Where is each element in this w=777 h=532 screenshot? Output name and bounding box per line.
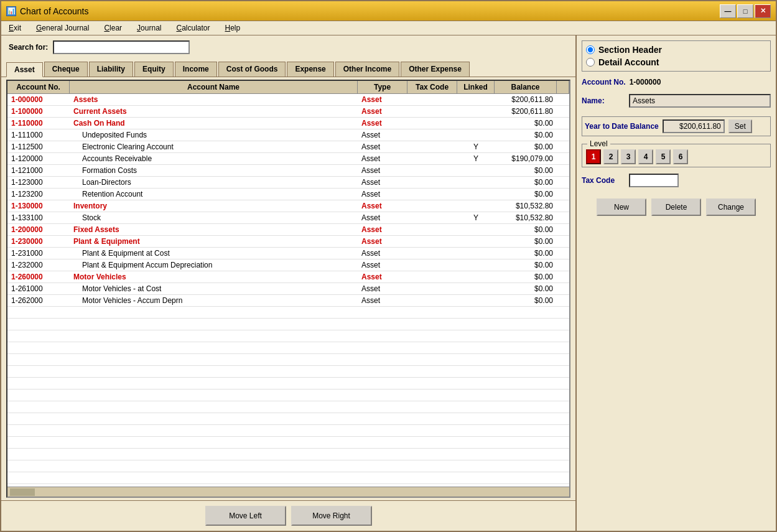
- new-button[interactable]: New: [597, 198, 646, 216]
- account-type-group: Section Header Detail Account: [582, 40, 771, 72]
- tab-cheque[interactable]: Cheque: [44, 62, 88, 77]
- tab-expense[interactable]: Expense: [287, 62, 333, 77]
- table-row-empty: [7, 342, 569, 354]
- cell-account-no: 1-000000: [7, 94, 70, 105]
- cell-account-name: Assets: [70, 94, 358, 105]
- cell-scroll: [557, 177, 569, 188]
- delete-button[interactable]: Delete: [651, 198, 701, 216]
- detail-account-radio[interactable]: [586, 58, 595, 67]
- level-3-button[interactable]: 3: [621, 149, 636, 164]
- table-row[interactable]: 1-261000 Motor Vehicles - at Cost Asset …: [7, 283, 569, 295]
- tax-code-input[interactable]: [629, 174, 679, 187]
- table-row[interactable]: 1-230000 Plant & Equipment Asset $0.00: [7, 236, 569, 248]
- menu-calculator[interactable]: Calculator: [174, 22, 212, 34]
- cell-account-no: 1-262000: [7, 295, 70, 306]
- minimize-button[interactable]: —: [720, 4, 736, 18]
- table-row[interactable]: 1-260000 Motor Vehicles Asset $0.00: [7, 271, 569, 283]
- cell-account-name: Motor Vehicles - Accum Deprn: [70, 295, 358, 306]
- tab-other-income[interactable]: Other Income: [335, 62, 399, 77]
- close-button[interactable]: ✕: [755, 4, 771, 18]
- cell-linked: Y: [457, 212, 495, 223]
- cell-scroll: [557, 141, 569, 152]
- table-row[interactable]: 1-100000 Current Assets Asset $200,611.8…: [7, 106, 569, 118]
- move-right-button[interactable]: Move Right: [291, 506, 372, 526]
- tab-equity[interactable]: Equity: [134, 62, 174, 77]
- menu-clear[interactable]: Clear: [101, 22, 124, 34]
- menu-exit[interactable]: Exit: [6, 22, 24, 34]
- tax-code-label: Tax Code: [582, 176, 625, 185]
- cell-tax-code: [407, 141, 457, 152]
- cell-tax-code: [407, 118, 457, 129]
- section-header-radio[interactable]: [586, 45, 595, 54]
- level-4-button[interactable]: 4: [638, 149, 653, 164]
- cell-account-name: Formation Costs: [70, 165, 358, 176]
- cell-linked: Y: [457, 141, 495, 152]
- table-row[interactable]: 1-110000 Cash On Hand Asset $0.00: [7, 118, 569, 129]
- level-2-button[interactable]: 2: [603, 149, 618, 164]
- cell-account-no: 1-231000: [7, 248, 70, 259]
- menu-journal[interactable]: Journal: [134, 22, 164, 34]
- table-row[interactable]: 1-262000 Motor Vehicles - Accum Deprn As…: [7, 295, 569, 307]
- level-6-button[interactable]: 6: [673, 149, 688, 164]
- tab-liability[interactable]: Liability: [89, 62, 133, 77]
- menu-general-journal[interactable]: General Journal: [34, 22, 91, 34]
- table-row-empty: [7, 449, 569, 460]
- cell-type: Asset: [358, 295, 407, 306]
- ytd-row: Year to Date Balance Set: [582, 116, 771, 136]
- cell-account-no: 1-120000: [7, 153, 70, 164]
- tab-income[interactable]: Income: [175, 62, 217, 77]
- bottom-bar: Move Left Move Right: [1, 500, 575, 531]
- cell-balance: $0.00: [495, 189, 557, 200]
- table-row[interactable]: 1-130000 Inventory Asset $10,532.80: [7, 200, 569, 212]
- cell-account-name: Fixed Assets: [70, 224, 358, 235]
- cell-account-name: Plant & Equipment Accum Depreciation: [70, 259, 358, 271]
- level-1-button[interactable]: 1: [586, 149, 601, 164]
- cell-balance: $0.00: [495, 236, 557, 247]
- table-row[interactable]: 1-112500 Electronic Clearing Account Ass…: [7, 141, 569, 153]
- move-left-button[interactable]: Move Left: [205, 506, 286, 526]
- cell-type: Asset: [358, 200, 407, 212]
- cell-tax-code: [407, 200, 457, 212]
- search-input[interactable]: [53, 40, 190, 54]
- cell-tax-code: [407, 224, 457, 235]
- menu-bar: Exit General Journal Clear Journal Calcu…: [1, 21, 776, 35]
- cell-tax-code: [407, 248, 457, 259]
- table-row[interactable]: 1-231000 Plant & Equipment at Cost Asset…: [7, 248, 569, 259]
- cell-tax-code: [407, 283, 457, 294]
- table-row[interactable]: 1-123000 Loan-Directors Asset $0.00: [7, 177, 569, 189]
- cell-account-no: 1-111000: [7, 129, 70, 141]
- cell-scroll: [557, 94, 569, 105]
- cell-balance: $0.00: [495, 224, 557, 235]
- table-row[interactable]: 1-121000 Formation Costs Asset $0.00: [7, 165, 569, 177]
- cell-account-no: 1-123000: [7, 177, 70, 188]
- table-row[interactable]: 1-133100 Stock Asset Y $10,532.80: [7, 212, 569, 224]
- maximize-button[interactable]: □: [737, 4, 753, 18]
- tab-asset[interactable]: Asset: [6, 62, 43, 77]
- cell-account-name: Plant & Equipment at Cost: [70, 248, 358, 259]
- right-panel: Section Header Detail Account Account No…: [577, 35, 776, 531]
- level-5-button[interactable]: 5: [656, 149, 671, 164]
- set-button[interactable]: Set: [728, 119, 752, 133]
- table-row[interactable]: 1-000000 Assets Asset $200,611.80: [7, 94, 569, 106]
- cell-type: Asset: [358, 212, 407, 223]
- tab-other-expense[interactable]: Other Expense: [401, 62, 470, 77]
- cell-balance: $0.00: [495, 177, 557, 188]
- table-row-empty: [7, 366, 569, 378]
- table-row[interactable]: 1-200000 Fixed Assets Asset $0.00: [7, 224, 569, 236]
- accounts-table: Account No. Account Name Type Tax Code L…: [6, 80, 570, 498]
- ytd-input[interactable]: [663, 119, 725, 133]
- col-scroll: [557, 81, 569, 93]
- menu-help[interactable]: Help: [223, 22, 243, 34]
- table-row[interactable]: 1-123200 Retention Account Asset $0.00: [7, 189, 569, 200]
- cell-account-name: Retention Account: [70, 189, 358, 200]
- change-button[interactable]: Change: [706, 198, 756, 216]
- name-input[interactable]: [629, 94, 771, 108]
- cell-account-no: 1-230000: [7, 236, 70, 247]
- table-row[interactable]: 1-120000 Accounts Receivable Asset Y $19…: [7, 153, 569, 165]
- horizontal-scrollbar[interactable]: [7, 487, 569, 497]
- tab-cost-of-goods[interactable]: Cost of Goods: [218, 62, 286, 77]
- table-row[interactable]: 1-111000 Undeposited Funds Asset $0.00: [7, 129, 569, 141]
- account-no-label: Account No.: [582, 78, 626, 86]
- table-row[interactable]: 1-232000 Plant & Equipment Accum Depreci…: [7, 259, 569, 271]
- cell-type: Asset: [358, 283, 407, 294]
